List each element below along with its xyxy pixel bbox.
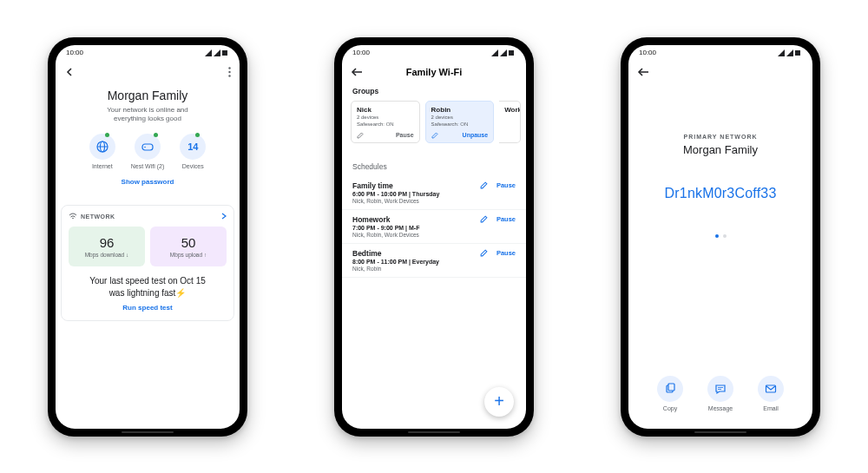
group-name: Robin [431, 106, 489, 114]
group-card[interactable]: Robin 2 devices Safesearch: ON Unpause [425, 101, 495, 143]
schedule-row[interactable]: Homework 7:00 PM - 9:00 PM | M-F Nick, R… [342, 210, 526, 244]
svg-marker-13 [500, 49, 507, 56]
back-icon[interactable] [637, 67, 649, 77]
copy-label: Copy [663, 405, 677, 411]
svg-rect-14 [509, 50, 514, 56]
nest-label: Nest Wifi (2) [131, 163, 165, 169]
status-icons [491, 49, 516, 56]
schedule-row[interactable]: Bedtime 8:00 PM - 11:00 PM | Everyday Ni… [342, 244, 526, 278]
pause-button[interactable]: Pause [496, 249, 516, 257]
edit-icon[interactable] [480, 181, 488, 189]
schedule-name: Bedtime [352, 249, 439, 258]
edit-icon[interactable] [431, 132, 438, 139]
page-dot [723, 234, 727, 238]
schedule-row[interactable]: Family time 6:00 PM - 10:00 PM | Thursda… [342, 176, 526, 210]
unpause-button[interactable]: Unpause [463, 132, 489, 138]
group-devices: 2 devices [357, 115, 414, 121]
status-dot [154, 133, 158, 137]
screen: 10:00 Family Wi-Fi Groups Nick 2 devices… [342, 45, 526, 429]
plus-icon: + [494, 391, 504, 411]
groups-label: Groups [342, 83, 526, 101]
screen: 10:00 Morgan Family Your network is onli… [56, 45, 240, 429]
email-button[interactable]: Email [758, 376, 784, 411]
network-type-label: PRIMARY NETWORK [628, 134, 812, 140]
groups-row[interactable]: Nick 2 devices Safesearch: ON Pause Robi… [342, 101, 526, 143]
run-speed-test-link[interactable]: Run speed test [69, 304, 227, 312]
group-safesearch: Safesearch: ON [431, 122, 489, 128]
status-time: 10:00 [352, 49, 370, 56]
wifi-icon [69, 213, 77, 220]
svg-rect-18 [795, 50, 800, 56]
back-icon[interactable] [64, 67, 75, 77]
edit-icon[interactable] [357, 132, 364, 139]
nest-wifi-status[interactable]: Nest Wifi (2) [131, 134, 165, 169]
download-metric: 96 Mbps download ↓ [69, 227, 145, 266]
edit-icon[interactable] [480, 215, 488, 223]
svg-marker-1 [214, 49, 220, 56]
group-card[interactable]: Work [499, 101, 521, 143]
schedule-devices: Nick, Robin, Work Devices [352, 198, 439, 204]
download-unit: Mbps download ↓ [72, 252, 141, 258]
pause-button[interactable]: Pause [396, 132, 414, 138]
devices-count: 14 [187, 141, 198, 152]
network-password[interactable]: Dr1nkM0r3Coff33 [628, 186, 812, 201]
svg-point-3 [228, 67, 230, 69]
group-name: Nick [357, 106, 414, 114]
edit-icon[interactable] [480, 249, 488, 257]
page-indicator[interactable] [628, 234, 812, 238]
page-dot [715, 234, 719, 238]
schedule-time: 7:00 PM - 9:00 PM | M-F [352, 225, 419, 231]
svg-rect-21 [668, 384, 674, 391]
page-title: Family Wi-Fi [342, 67, 526, 77]
schedule-name: Family time [352, 181, 439, 190]
network-name: Morgan Family [628, 143, 812, 156]
group-devices: 2 devices [431, 115, 489, 121]
schedule-devices: Nick, Robin [352, 266, 439, 272]
upload-metric: 50 Mbps upload ↑ [150, 227, 227, 266]
internet-label: Internet [92, 163, 113, 169]
top-bar [628, 61, 812, 83]
overflow-icon[interactable] [228, 67, 231, 77]
group-safesearch: Safesearch: ON [357, 122, 414, 128]
message-button[interactable]: Message [707, 376, 733, 411]
svg-rect-2 [222, 50, 227, 56]
chevron-right-icon[interactable] [221, 213, 227, 220]
svg-point-5 [228, 75, 230, 76]
schedule-devices: Nick, Robin, Work Devices [352, 232, 419, 238]
upload-unit: Mbps upload ↑ [154, 252, 223, 258]
svg-marker-16 [778, 49, 785, 56]
devices-status[interactable]: 14 Devices [180, 134, 206, 169]
pause-button[interactable]: Pause [496, 181, 516, 189]
content: PRIMARY NETWORK Morgan Family Dr1nkM0r3C… [628, 83, 812, 429]
group-card[interactable]: Nick 2 devices Safesearch: ON Pause [351, 101, 420, 143]
devices-label: Devices [182, 163, 204, 169]
top-bar: Family Wi-Fi [342, 61, 526, 83]
svg-marker-12 [491, 49, 498, 56]
globe-icon [95, 140, 109, 154]
phone-home: 10:00 Morgan Family Your network is onli… [48, 37, 247, 437]
copy-button[interactable]: Copy [657, 376, 683, 411]
email-label: Email [763, 405, 779, 411]
upload-value: 50 [154, 235, 223, 250]
svg-point-11 [72, 218, 74, 220]
internet-status[interactable]: Internet [89, 134, 115, 169]
schedule-time: 8:00 PM - 11:00 PM | Everyday [352, 259, 439, 265]
svg-marker-17 [786, 49, 793, 56]
speed-test-message: Your last speed test on Oct 15 was light… [69, 275, 227, 299]
network-title: Morgan Family [73, 89, 222, 102]
top-bar [56, 61, 240, 83]
download-value: 96 [72, 235, 141, 250]
show-password-link[interactable]: Show password [73, 178, 222, 186]
add-button[interactable]: + [484, 387, 514, 417]
phone-family-wifi: 10:00 Family Wi-Fi Groups Nick 2 devices… [334, 37, 534, 437]
content: Groups Nick 2 devices Safesearch: ON Pau… [342, 83, 526, 429]
status-time: 10:00 [639, 49, 656, 56]
message-icon [714, 383, 727, 395]
network-card: NETWORK 96 Mbps download ↓ 50 Mbps uploa… [61, 205, 234, 321]
pause-button[interactable]: Pause [496, 215, 516, 223]
svg-marker-0 [205, 49, 212, 56]
content: Morgan Family Your network is online and… [56, 83, 240, 429]
svg-point-4 [228, 70, 230, 72]
message-label: Message [708, 405, 733, 411]
status-bar: 10:00 [56, 45, 240, 61]
